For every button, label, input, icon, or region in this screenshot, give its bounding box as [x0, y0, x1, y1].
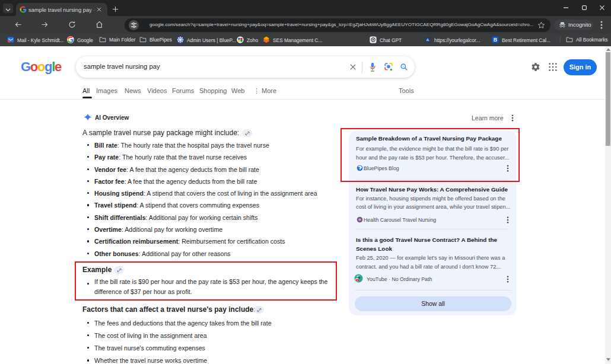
svg-text:B: B	[494, 37, 497, 43]
